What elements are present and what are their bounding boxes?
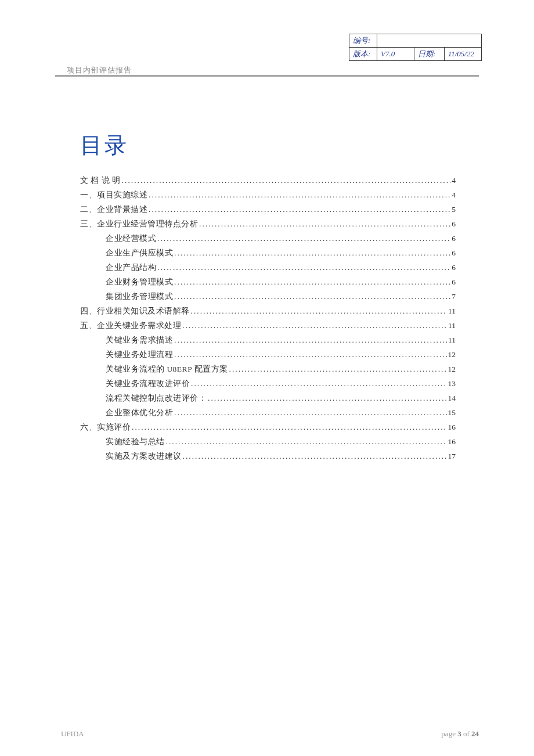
toc-entry-label: 二、企业背景描述: [80, 202, 147, 217]
toc-leaders: [173, 333, 447, 347]
toc-entry-page: 12: [447, 347, 456, 362]
header-doc-label: 项目内部评估报告: [67, 65, 132, 75]
toc-entry-page: 13: [447, 376, 456, 391]
toc-leaders: [165, 434, 447, 449]
toc-entries: 文 档 说 明4一、项目实施综述4二、企业背景描述5三、企业行业经营管理特点分析…: [80, 173, 456, 463]
toc-entry-page: 14: [447, 391, 456, 405]
toc-leaders: [190, 304, 448, 318]
toc-entry: 流程关键控制点改进评价：14: [80, 391, 456, 405]
meta-date-value: 11/05/22: [444, 48, 481, 61]
toc-leaders: [173, 289, 450, 304]
toc-leaders: [147, 188, 450, 202]
toc-leaders: [156, 231, 450, 246]
footer-page-total: 24: [471, 729, 479, 738]
toc-entry: 关键业务流程的 U8ERP 配置方案12: [80, 362, 456, 376]
toc-entry: 五、企业关键业务需求处理11: [80, 318, 456, 333]
toc-entry-label: 实施及方案改进建议: [106, 449, 182, 463]
toc-entry-page: 15: [447, 405, 456, 420]
toc-leaders: [198, 217, 450, 231]
toc-entry-label: 一、项目实施综述: [80, 188, 147, 202]
toc: 目录 文 档 说 明4一、项目实施综述4二、企业背景描述5三、企业行业经营管理特…: [80, 131, 456, 463]
toc-leaders: [147, 202, 450, 217]
toc-entry-page: 17: [447, 449, 456, 463]
toc-entry-page: 4: [450, 188, 456, 202]
toc-leaders: [131, 420, 447, 434]
header-rule: [55, 75, 479, 77]
toc-entry: 六、实施评价16: [80, 420, 456, 434]
toc-leaders: [228, 362, 447, 376]
toc-entry-label: 关键业务处理流程: [106, 347, 173, 362]
meta-number-label: 编号:: [349, 34, 377, 48]
toc-entry: 关键业务流程改进评价13: [80, 376, 456, 391]
toc-entry-page: 6: [450, 231, 456, 246]
toc-entry-page: 16: [447, 420, 456, 434]
footer-page-sep: of: [461, 729, 471, 738]
toc-entry-page: 6: [450, 246, 456, 260]
toc-entry: 企业生产供应模式6: [80, 246, 456, 260]
toc-entry-label: 关键业务流程的 U8ERP 配置方案: [106, 362, 228, 376]
toc-entry-label: 关键业务需求描述: [106, 333, 173, 347]
toc-entry-page: 16: [447, 434, 456, 449]
toc-entry-page: 7: [450, 289, 456, 304]
toc-entry-label: 企业生产供应模式: [106, 246, 173, 260]
toc-entry-label: 流程关键控制点改进评价：: [106, 391, 207, 405]
toc-leaders: [173, 347, 447, 362]
toc-entry-label: 集团业务管理模式: [106, 289, 173, 304]
meta-version-label: 版本:: [349, 48, 377, 61]
document-page: 编号: 版本: V7.0 日期: 11/05/22 项目内部评估报告 目录 文 …: [0, 0, 534, 756]
toc-entry: 关键业务处理流程12: [80, 347, 456, 362]
footer-page: page 3 of 24: [441, 729, 479, 739]
toc-entry: 企业财务管理模式6: [80, 275, 456, 289]
toc-entry-label: 五、企业关键业务需求处理: [80, 318, 181, 333]
toc-leaders: [190, 376, 447, 391]
toc-leaders: [173, 275, 450, 289]
toc-entry-label: 文 档 说 明: [80, 173, 121, 188]
toc-title: 目录: [80, 131, 456, 160]
toc-entry-label: 企业整体优化分析: [106, 405, 173, 420]
toc-entry: 集团业务管理模式7: [80, 289, 456, 304]
toc-entry-label: 企业产品结构: [106, 260, 156, 275]
meta-number-value: [377, 34, 482, 48]
toc-entry-page: 11: [447, 333, 456, 347]
toc-entry: 企业整体优化分析15: [80, 405, 456, 420]
toc-entry-page: 4: [450, 173, 456, 188]
toc-entry: 四、行业相关知识及术语解释11: [80, 304, 456, 318]
toc-entry: 实施经验与总结16: [80, 434, 456, 449]
toc-entry-page: 12: [447, 362, 456, 376]
toc-entry-page: 6: [450, 217, 456, 231]
toc-entry-page: 11: [447, 318, 456, 333]
toc-entry-label: 企业财务管理模式: [106, 275, 173, 289]
toc-entry: 企业经营模式6: [80, 231, 456, 246]
toc-entry: 文 档 说 明4: [80, 173, 456, 188]
toc-entry-page: 11: [447, 304, 456, 318]
toc-leaders: [156, 260, 450, 275]
toc-entry: 一、项目实施综述4: [80, 188, 456, 202]
toc-entry-label: 六、实施评价: [80, 420, 131, 434]
toc-leaders: [182, 449, 447, 463]
footer-page-prefix: page: [441, 729, 457, 738]
toc-entry-label: 三、企业行业经营管理特点分析: [80, 217, 198, 231]
toc-entry-page: 5: [450, 202, 456, 217]
toc-leaders: [207, 391, 447, 405]
toc-leaders: [121, 173, 451, 188]
toc-entry-page: 6: [450, 260, 456, 275]
meta-date-label: 日期:: [414, 48, 444, 61]
toc-entry-page: 6: [450, 275, 456, 289]
toc-leaders: [181, 318, 447, 333]
toc-leaders: [173, 405, 447, 420]
toc-entry: 二、企业背景描述5: [80, 202, 456, 217]
toc-entry-label: 企业经营模式: [106, 231, 156, 246]
toc-entry: 企业产品结构6: [80, 260, 456, 275]
footer-left: UFIDA: [61, 729, 84, 739]
toc-leaders: [173, 246, 450, 260]
page-footer: UFIDA page 3 of 24: [61, 729, 479, 739]
toc-entry: 三、企业行业经营管理特点分析6: [80, 217, 456, 231]
header-meta-table: 编号: 版本: V7.0 日期: 11/05/22: [349, 34, 482, 61]
toc-entry: 实施及方案改进建议17: [80, 449, 456, 463]
toc-entry-label: 关键业务流程改进评价: [106, 376, 190, 391]
toc-entry-label: 四、行业相关知识及术语解释: [80, 304, 190, 318]
toc-entry-label: 实施经验与总结: [106, 434, 165, 449]
toc-entry: 关键业务需求描述11: [80, 333, 456, 347]
meta-version-value: V7.0: [377, 48, 414, 61]
